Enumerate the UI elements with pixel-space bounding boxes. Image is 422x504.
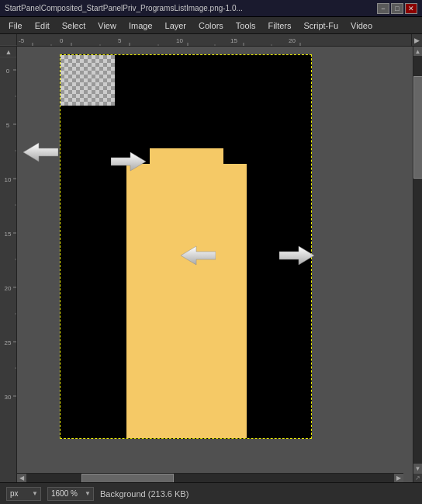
menu-item-edit[interactable]: Edit — [29, 19, 55, 32]
unit-value: px — [10, 489, 19, 498]
svg-text:0: 0 — [6, 68, 10, 75]
menu-bar: FileEditSelectViewImageLayerColorsToolsF… — [0, 17, 422, 34]
close-button[interactable]: ✕ — [405, 3, 417, 14]
menu-item-filters[interactable]: Filters — [263, 19, 297, 32]
horizontal-scrollbar[interactable]: ◀ ▶ — [17, 473, 403, 482]
status-bar: px ▼ 1600 % ▼ Background (213.6 KB) — [0, 482, 422, 504]
horizontal-scroll-thumb[interactable] — [81, 474, 174, 483]
arrow-left-top — [23, 141, 58, 164]
arrow-left-top-svg — [23, 141, 58, 164]
svg-text:5: 5 — [6, 122, 10, 129]
maximize-button[interactable]: □ — [391, 3, 403, 14]
svg-text:20: 20 — [289, 37, 296, 44]
zoom-display[interactable]: 1600 % ▼ — [47, 487, 94, 501]
svg-marker-41 — [126, 148, 247, 438]
transparency-checker — [61, 55, 115, 106]
window-controls: − □ ✕ — [377, 3, 417, 14]
scroll-left-button[interactable]: ◀ — [17, 474, 26, 483]
ruler-h-svg: -5 0 5 10 15 20 — [17, 34, 422, 47]
canvas-area[interactable]: ◀ ▶ — [17, 47, 413, 482]
svg-marker-45 — [279, 246, 314, 265]
svg-text:0: 0 — [60, 37, 64, 44]
svg-marker-42 — [23, 143, 58, 162]
arrow-right-top-svg — [111, 150, 146, 173]
svg-marker-43 — [111, 152, 146, 171]
menu-item-file[interactable]: File — [3, 19, 28, 32]
svg-text:15: 15 — [230, 37, 237, 44]
svg-text:20: 20 — [5, 285, 12, 292]
arrow-right-top — [111, 150, 146, 173]
svg-text:10: 10 — [176, 37, 183, 44]
vertical-scroll-thumb[interactable] — [413, 76, 423, 178]
svg-rect-40 — [61, 55, 115, 106]
horizontal-ruler: -5 0 5 10 15 20 ▶ — [17, 34, 422, 47]
menu-item-colors[interactable]: Colors — [193, 19, 229, 32]
horizontal-scroll-track[interactable] — [26, 474, 394, 483]
vertical-scroll-track[interactable] — [413, 56, 423, 464]
zoom-dropdown-icon: ▼ — [85, 490, 91, 497]
menu-item-view[interactable]: View — [92, 19, 122, 32]
menu-item-tools[interactable]: Tools — [230, 19, 261, 32]
status-text: Background (213.6 KB) — [100, 489, 189, 499]
svg-text:15: 15 — [5, 231, 12, 238]
scroll-down-button[interactable]: ▼ — [413, 464, 423, 473]
main-area: ▲ 0 5 10 15 20 25 30 — [0, 47, 422, 482]
svg-text:30: 30 — [5, 394, 12, 401]
arrow-mid-left-svg — [181, 244, 216, 267]
vertical-scrollbar[interactable]: ▲ ▼ ↗ — [413, 47, 422, 482]
canvas-container — [60, 54, 312, 439]
title-bar: StartPanelComposited_StartPanelPriv_Prog… — [0, 0, 422, 17]
unit-selector[interactable]: px ▼ — [6, 487, 41, 501]
vertical-ruler: ▲ 0 5 10 15 20 25 30 — [0, 47, 17, 482]
resize-corner[interactable]: ↗ — [413, 473, 423, 482]
window-title: StartPanelComposited_StartPanelPriv_Prog… — [5, 4, 377, 12]
minimize-button[interactable]: − — [377, 3, 389, 14]
menu-item-video[interactable]: Video — [345, 19, 378, 32]
svg-text:-5: -5 — [19, 37, 25, 44]
svg-marker-44 — [181, 246, 216, 265]
arrow-mid-right-svg — [279, 244, 314, 267]
scroll-right-button[interactable]: ▶ — [394, 474, 403, 483]
arrow-mid-right — [279, 244, 314, 267]
menu-item-script-fu[interactable]: Script-Fu — [298, 19, 344, 32]
zoom-value: 1600 % — [51, 489, 78, 498]
scroll-up-button[interactable]: ▲ — [413, 47, 423, 56]
menu-item-layer[interactable]: Layer — [160, 19, 192, 32]
ruler-v-svg: 0 5 10 15 20 25 30 — [0, 57, 17, 446]
svg-text:25: 25 — [5, 339, 12, 346]
ruler-corner — [0, 34, 17, 46]
svg-text:5: 5 — [118, 37, 122, 44]
unit-dropdown-icon: ▼ — [32, 490, 38, 497]
arrow-mid-left — [181, 244, 216, 267]
menu-item-image[interactable]: Image — [123, 19, 158, 32]
ruler-scroll-up[interactable]: ▲ — [0, 47, 17, 57]
svg-text:10: 10 — [5, 176, 12, 183]
menu-item-select[interactable]: Select — [57, 19, 92, 32]
ruler-scroll-right[interactable]: ▶ — [411, 34, 422, 47]
canvas-image[interactable] — [60, 54, 312, 439]
